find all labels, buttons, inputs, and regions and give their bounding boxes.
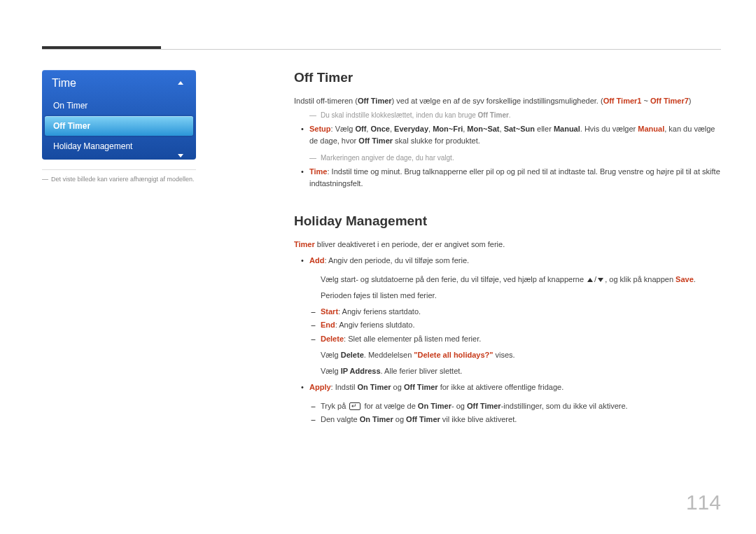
triangle-up-icon	[587, 278, 593, 282]
delete-detail-1: Vælg Delete. Meddelelsen "Delete all hol…	[294, 349, 721, 361]
menu-item-label: Holiday Management	[53, 141, 132, 151]
page-number: 114	[686, 491, 721, 514]
delete-detail-2: Vælg IP Address. Alle ferier bliver slet…	[294, 365, 721, 377]
divider	[42, 169, 196, 170]
menu-title-text: Time	[52, 77, 76, 89]
triangle-down-icon	[598, 278, 603, 282]
off-timer-clock-note: Du skal indstille klokkeslættet, inden d…	[294, 111, 721, 119]
end-dash: End: Angiv feriens slutdato.	[321, 319, 721, 331]
chevron-down-icon[interactable]	[178, 154, 183, 157]
left-column: Time On Timer Off Timer Holiday Manageme…	[42, 70, 273, 430]
add-detail-2: Perioden føjes til listen med ferier.	[294, 290, 721, 302]
menu-item-off-timer[interactable]: Off Timer	[45, 116, 193, 136]
time-bullet: Time: Indstil time og minut. Brug talkna…	[309, 166, 721, 190]
apply-bullet: Apply: Indstil On Timer og Off Timer for…	[309, 381, 721, 393]
figure-caption: ―Det viste billede kan variere afhængigt…	[42, 176, 273, 183]
apply-sub1: Tryk på for at vælge de On Timer- og Off…	[321, 400, 721, 412]
setup-bullet: Setup: Vælg Off, Once, Everyday, Mon~Fri…	[309, 123, 721, 147]
enter-button-icon	[349, 402, 360, 410]
header-rule	[42, 49, 721, 50]
heading-off-timer: Off Timer	[294, 70, 721, 85]
main-content: Off Timer Indstil off-timeren (Off Timer…	[294, 70, 721, 430]
menu-item-holiday-management[interactable]: Holiday Management	[45, 136, 193, 156]
add-bullet: Add: Angiv den periode, du vil tilføje s…	[309, 255, 721, 267]
menu-title: Time	[45, 73, 193, 95]
chevron-up-icon[interactable]	[178, 81, 183, 85]
add-detail-1: Vælg start- og slutdatoerne på den ferie…	[294, 274, 721, 286]
menu-item-on-timer[interactable]: On Timer	[45, 96, 193, 115]
heading-holiday-management: Holiday Management	[294, 213, 721, 229]
off-timer-intro: Indstil off-timeren (Off Timer) ved at v…	[294, 95, 721, 107]
start-dash: Start: Angiv feriens startdato.	[321, 306, 721, 318]
holiday-intro: Timer bliver deaktiveret i en periode, d…	[294, 239, 721, 251]
delete-dash: Delete: Slet alle elementer på listen me…	[321, 333, 721, 345]
menu-box: Time On Timer Off Timer Holiday Manageme…	[42, 70, 196, 160]
apply-sub2: Den valgte On Timer og Off Timer vil ikk…	[321, 414, 721, 426]
setup-subnote: Markeringen angiver de dage, du har valg…	[294, 154, 721, 162]
